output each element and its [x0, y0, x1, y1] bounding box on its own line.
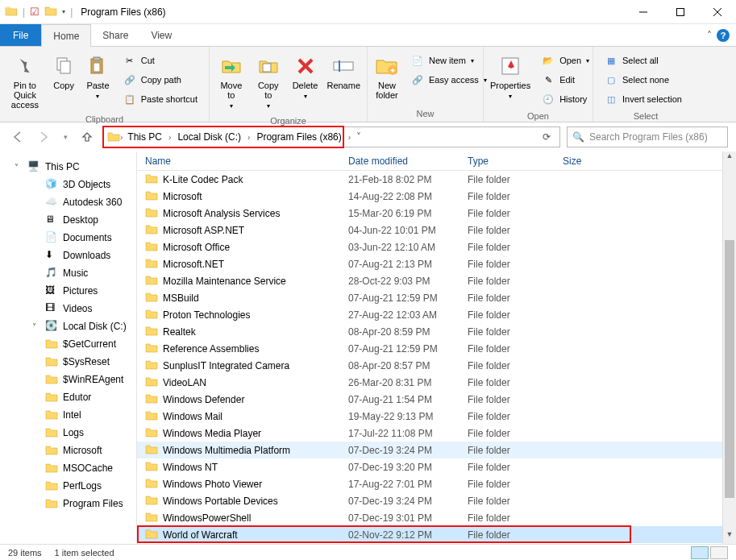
table-row[interactable]: Microsoft Office03-Jun-22 12:10 AMFile f… — [137, 239, 736, 255]
forward-button[interactable] — [34, 127, 53, 147]
nav-item[interactable]: ☁️Autodesk 360 — [0, 193, 136, 211]
nav-item[interactable]: $GetCurrent — [0, 335, 136, 353]
scroll-thumb[interactable] — [725, 240, 734, 498]
nav-item[interactable]: Logs — [0, 424, 136, 442]
nav-item[interactable]: PerfLogs — [0, 477, 136, 495]
table-row[interactable]: Windows Media Player17-Jul-22 11:08 PMFi… — [137, 425, 736, 442]
table-row[interactable]: K-Lite Codec Pack21-Feb-18 8:02 PMFile f… — [137, 171, 736, 188]
large-icons-view-button[interactable] — [710, 546, 728, 559]
details-view-button[interactable] — [691, 546, 709, 559]
table-row[interactable]: Mozilla Maintenance Service28-Oct-22 9:0… — [137, 272, 736, 289]
table-row[interactable]: MSBuild07-Aug-21 12:59 PMFile folder — [137, 289, 736, 306]
table-row[interactable]: WindowsPowerShell07-Dec-19 3:01 PMFile f… — [137, 509, 736, 526]
chevron-right-icon[interactable]: › — [247, 133, 250, 142]
table-row[interactable]: Windows Multimedia Platform07-Dec-19 3:2… — [137, 442, 736, 458]
qat-check-icon[interactable]: ☑ — [30, 6, 40, 18]
qat-dropdown-icon[interactable]: ▾ — [62, 8, 65, 15]
select-all-button[interactable]: ▦Select all — [601, 52, 685, 69]
breadcrumb-segment[interactable]: Local Disk (C:) — [173, 127, 246, 147]
table-row[interactable]: Proton Technologies27-Aug-22 12:03 AMFil… — [137, 306, 736, 323]
scrollbar[interactable]: ▲ ▼ — [722, 151, 736, 544]
copy-path-button[interactable]: 🔗Copy path — [120, 71, 201, 89]
move-to-button[interactable]: Move to▾ — [214, 50, 248, 114]
nav-item[interactable]: MSOCache — [0, 459, 136, 477]
table-row[interactable]: Microsoft ASP.NET04-Jun-22 10:01 PMFile … — [137, 222, 736, 239]
scroll-up-icon[interactable]: ▲ — [723, 151, 736, 165]
expand-icon[interactable]: ˅ — [32, 322, 40, 331]
col-type[interactable]: Type — [468, 156, 563, 167]
table-row[interactable]: World of Warcraft02-Nov-22 9:12 PMFile f… — [137, 526, 736, 543]
copy-button[interactable]: Copy — [48, 50, 79, 93]
col-size[interactable]: Size — [563, 156, 627, 167]
nav-item[interactable]: 🧊3D Objects — [0, 176, 136, 193]
table-row[interactable]: Realtek08-Apr-20 8:59 PMFile folder — [137, 323, 736, 340]
tab-view[interactable]: View — [139, 24, 183, 46]
copy-to-button[interactable]: Copy to▾ — [252, 50, 285, 114]
invert-selection-button[interactable]: ◫Invert selection — [601, 90, 685, 108]
table-row[interactable]: Windows Portable Devices07-Dec-19 3:24 P… — [137, 492, 736, 509]
ribbon-collapse-icon[interactable]: ˄ — [707, 30, 712, 41]
nav-item[interactable]: 🎞Videos — [0, 300, 136, 317]
address-bar[interactable]: › This PC›Local Disk (C:)›Program Files … — [103, 127, 560, 147]
edit-button[interactable]: ✎Edit — [538, 71, 593, 89]
paste-button[interactable]: Paste ▾ — [82, 50, 113, 105]
nav-pane[interactable]: ˅🖥️This PC🧊3D Objects☁️Autodesk 360🖥Desk… — [0, 151, 137, 544]
nav-item[interactable]: 📄Documents — [0, 229, 136, 247]
file-list[interactable]: Name Date modified Type Size K-Lite Code… — [137, 151, 736, 544]
history-button[interactable]: 🕘History — [538, 90, 593, 108]
expand-icon[interactable]: ˅ — [15, 163, 23, 172]
table-row[interactable]: Microsoft14-Aug-22 2:08 PMFile folder — [137, 188, 736, 205]
column-headers[interactable]: Name Date modified Type Size — [137, 151, 736, 171]
table-row[interactable]: Reference Assemblies07-Aug-21 12:59 PMFi… — [137, 340, 736, 357]
breadcrumb-segment[interactable]: This PC — [123, 127, 167, 147]
nav-item[interactable]: $WinREAgent — [0, 371, 136, 388]
nav-item[interactable]: Microsoft — [0, 442, 136, 459]
tab-share[interactable]: Share — [91, 24, 139, 46]
new-folder-button[interactable]: ✦ New folder — [372, 50, 401, 103]
nav-item[interactable]: ˅🖥️This PC — [0, 158, 136, 176]
nav-item[interactable]: 🎵Music — [0, 264, 136, 282]
table-row[interactable]: VideoLAN26-Mar-20 8:31 PMFile folder — [137, 374, 736, 391]
breadcrumb-segment[interactable]: Program Files (x86) — [252, 127, 346, 147]
table-row[interactable]: Windows Photo Viewer17-Aug-22 7:01 PMFil… — [137, 475, 736, 492]
table-row[interactable]: SunplusIT Integrated Camera08-Apr-20 8:5… — [137, 357, 736, 374]
maximize-button[interactable] — [662, 0, 699, 24]
tab-file[interactable]: File — [0, 24, 41, 46]
select-none-button[interactable]: ▢Select none — [601, 71, 685, 89]
chevron-right-icon[interactable]: › — [168, 133, 171, 142]
cut-button[interactable]: ✂Cut — [120, 52, 201, 69]
paste-shortcut-button[interactable]: 📋Paste shortcut — [120, 90, 201, 108]
nav-item[interactable]: $SysReset — [0, 353, 136, 371]
nav-item[interactable]: ˅💽Local Disk (C:) — [0, 317, 136, 335]
new-item-button[interactable]: 📄New item ▾ — [408, 52, 490, 69]
nav-item[interactable]: Intel — [0, 406, 136, 424]
table-row[interactable]: Microsoft Analysis Services15-Mar-20 6:1… — [137, 205, 736, 222]
chevron-down-icon[interactable]: ˅ — [351, 131, 367, 143]
col-name[interactable]: Name — [142, 156, 348, 167]
pin-quick-access-button[interactable]: Pin to Quick access — [5, 50, 45, 113]
help-icon[interactable]: ? — [717, 29, 730, 42]
nav-item[interactable]: ⬇Downloads — [0, 247, 136, 264]
table-row[interactable]: Windows Mail19-May-22 9:13 PMFile folder — [137, 408, 736, 425]
table-row[interactable]: Windows Defender07-Aug-21 1:54 PMFile fo… — [137, 391, 736, 408]
up-button[interactable] — [77, 127, 97, 147]
nav-item[interactable]: Edutor — [0, 388, 136, 406]
search-input[interactable]: 🔍 Search Program Files (x86) — [567, 127, 728, 147]
rename-button[interactable]: Rename — [325, 50, 362, 93]
scroll-down-icon[interactable]: ▼ — [723, 530, 736, 544]
refresh-button[interactable]: ⟳ — [537, 131, 556, 143]
table-row[interactable]: Windows NT07-Dec-19 3:20 PMFile folder — [137, 458, 736, 475]
table-row[interactable]: Microsoft.NET07-Aug-21 2:13 PMFile folde… — [137, 255, 736, 272]
minimize-button[interactable] — [625, 0, 662, 24]
easy-access-button[interactable]: 🔗Easy access ▾ — [408, 71, 490, 89]
recent-dropdown[interactable]: ▾ — [60, 127, 71, 147]
qat-folder-icon[interactable] — [44, 5, 57, 19]
col-date[interactable]: Date modified — [348, 156, 468, 167]
nav-item[interactable]: 🖼Pictures — [0, 282, 136, 300]
close-button[interactable] — [699, 0, 736, 24]
tab-home[interactable]: Home — [41, 24, 91, 47]
open-button[interactable]: 📂Open ▾ — [538, 52, 593, 69]
back-button[interactable] — [8, 127, 27, 147]
delete-button[interactable]: Delete▾ — [289, 50, 322, 105]
nav-item[interactable]: 🖥Desktop — [0, 211, 136, 229]
